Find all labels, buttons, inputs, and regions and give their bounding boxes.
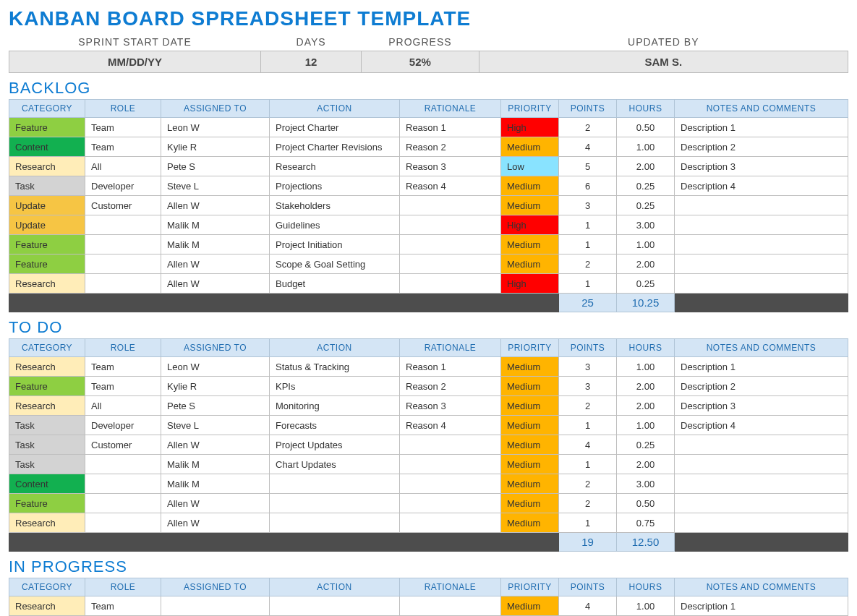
cell-rationale[interactable]: Reason 2 [400,377,501,396]
cell-action[interactable]: Status & Tracking [270,357,400,377]
cell-notes[interactable] [675,435,848,455]
cell-priority[interactable]: Low [501,157,559,176]
cell-priority[interactable]: Medium [501,435,559,455]
cell-category[interactable]: Research [9,513,85,533]
cell-assigned[interactable] [161,596,270,616]
cell-assigned[interactable]: Allen W [161,435,270,455]
cell-role[interactable]: All [85,396,161,416]
cell-action[interactable] [270,494,400,513]
cell-action[interactable]: Project Initiation [270,235,400,254]
cell-priority[interactable]: Medium [501,357,559,377]
cell-assigned[interactable]: Kylie R [161,377,270,396]
cell-action[interactable]: Project Updates [270,435,400,455]
cell-role[interactable]: Developer [85,416,161,435]
cell-hours[interactable]: 2.00 [617,157,675,176]
cell-assigned[interactable]: Allen W [161,196,270,215]
cell-notes[interactable] [675,196,848,215]
cell-points[interactable]: 1 [559,215,617,235]
cell-rationale[interactable] [400,494,501,513]
cell-assigned[interactable]: Leon W [161,118,270,137]
cell-category[interactable]: Research [9,357,85,377]
cell-role[interactable]: Team [85,118,161,137]
cell-hours[interactable]: 2.00 [617,455,675,474]
cell-rationale[interactable]: Reason 2 [400,137,501,157]
cell-assigned[interactable]: Kylie R [161,137,270,157]
cell-priority[interactable]: Medium [501,513,559,533]
cell-role[interactable]: Customer [85,196,161,215]
cell-notes[interactable]: Description 3 [675,396,848,416]
cell-category[interactable]: Task [9,176,85,196]
cell-action[interactable]: Project Charter [270,118,400,137]
cell-rationale[interactable]: Reason 3 [400,157,501,176]
cell-assigned[interactable]: Steve L [161,176,270,196]
cell-role[interactable] [85,513,161,533]
cell-points[interactable]: 2 [559,118,617,137]
cell-action[interactable]: KPIs [270,377,400,396]
cell-action[interactable]: Monitoring [270,396,400,416]
cell-hours[interactable]: 2.00 [617,396,675,416]
cell-role[interactable]: All [85,157,161,176]
cell-assigned[interactable]: Allen W [161,274,270,294]
cell-role[interactable] [85,494,161,513]
cell-notes[interactable]: Description 4 [675,416,848,435]
cell-category[interactable]: Feature [9,118,85,137]
cell-category[interactable]: Feature [9,254,85,274]
cell-points[interactable]: 2 [559,396,617,416]
cell-role[interactable]: Developer [85,176,161,196]
cell-assigned[interactable]: Allen W [161,513,270,533]
cell-points[interactable]: 3 [559,357,617,377]
cell-points[interactable]: 4 [559,435,617,455]
cell-hours[interactable]: 0.25 [617,176,675,196]
cell-assigned[interactable]: Steve L [161,416,270,435]
cell-notes[interactable]: Description 1 [675,118,848,137]
cell-category[interactable]: Update [9,215,85,235]
cell-points[interactable]: 3 [559,377,617,396]
cell-rationale[interactable]: Reason 1 [400,357,501,377]
cell-rationale[interactable] [400,474,501,494]
cell-rationale[interactable]: Reason 4 [400,416,501,435]
cell-rationale[interactable] [400,274,501,294]
cell-priority[interactable]: Medium [501,416,559,435]
cell-points[interactable]: 4 [559,596,617,616]
cell-role[interactable] [85,215,161,235]
cell-hours[interactable]: 3.00 [617,215,675,235]
cell-notes[interactable] [675,254,848,274]
cell-points[interactable]: 6 [559,176,617,196]
cell-category[interactable]: Content [9,137,85,157]
cell-role[interactable]: Team [85,137,161,157]
cell-role[interactable]: Team [85,377,161,396]
cell-hours[interactable]: 0.50 [617,118,675,137]
cell-category[interactable]: Research [9,274,85,294]
cell-assigned[interactable]: Malik M [161,455,270,474]
cell-rationale[interactable] [400,235,501,254]
cell-assigned[interactable]: Allen W [161,254,270,274]
cell-hours[interactable]: 0.50 [617,494,675,513]
cell-points[interactable]: 3 [559,196,617,215]
cell-action[interactable]: Chart Updates [270,455,400,474]
cell-points[interactable]: 5 [559,157,617,176]
cell-rationale[interactable] [400,455,501,474]
cell-role[interactable] [85,254,161,274]
cell-hours[interactable]: 0.25 [617,274,675,294]
cell-points[interactable]: 2 [559,254,617,274]
cell-assigned[interactable]: Malik M [161,215,270,235]
cell-rationale[interactable] [400,513,501,533]
cell-hours[interactable]: 2.00 [617,377,675,396]
cell-category[interactable]: Feature [9,377,85,396]
meta-value-updated[interactable]: SAM S. [479,51,848,73]
cell-assigned[interactable]: Malik M [161,235,270,254]
cell-priority[interactable]: High [501,118,559,137]
cell-assigned[interactable]: Leon W [161,357,270,377]
cell-notes[interactable] [675,513,848,533]
cell-priority[interactable]: Medium [501,176,559,196]
cell-action[interactable]: Stakeholders [270,196,400,215]
cell-action[interactable] [270,474,400,494]
cell-role[interactable] [85,274,161,294]
cell-role[interactable]: Team [85,357,161,377]
cell-rationale[interactable]: Reason 1 [400,118,501,137]
cell-priority[interactable]: High [501,215,559,235]
cell-rationale[interactable] [400,215,501,235]
cell-category[interactable]: Feature [9,494,85,513]
cell-priority[interactable]: Medium [501,396,559,416]
cell-hours[interactable]: 1.00 [617,416,675,435]
